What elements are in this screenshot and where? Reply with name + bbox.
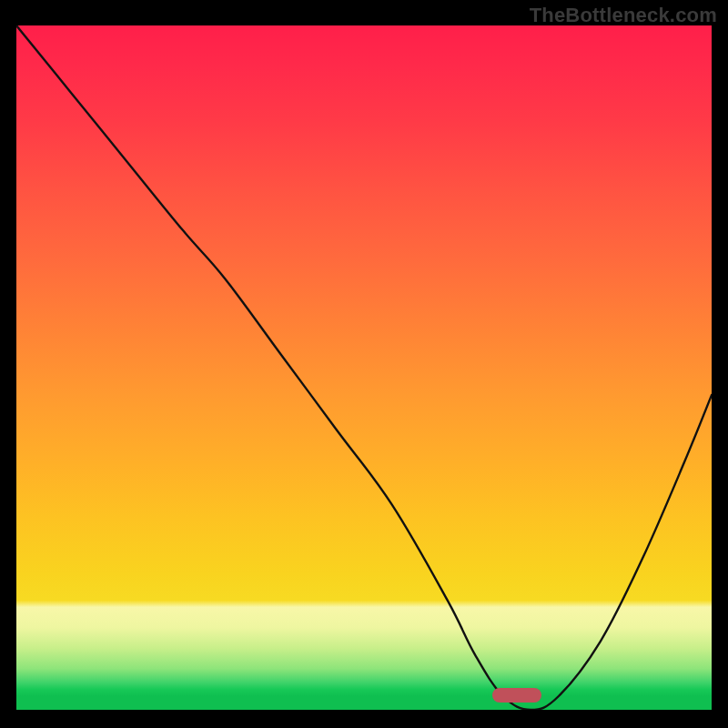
valley-marker [492, 688, 541, 703]
bottleneck-curve [16, 25, 712, 710]
plot-area [16, 25, 712, 710]
watermark-text: TheBottleneck.com [530, 4, 717, 27]
chart-frame: TheBottleneck.com [0, 0, 728, 728]
